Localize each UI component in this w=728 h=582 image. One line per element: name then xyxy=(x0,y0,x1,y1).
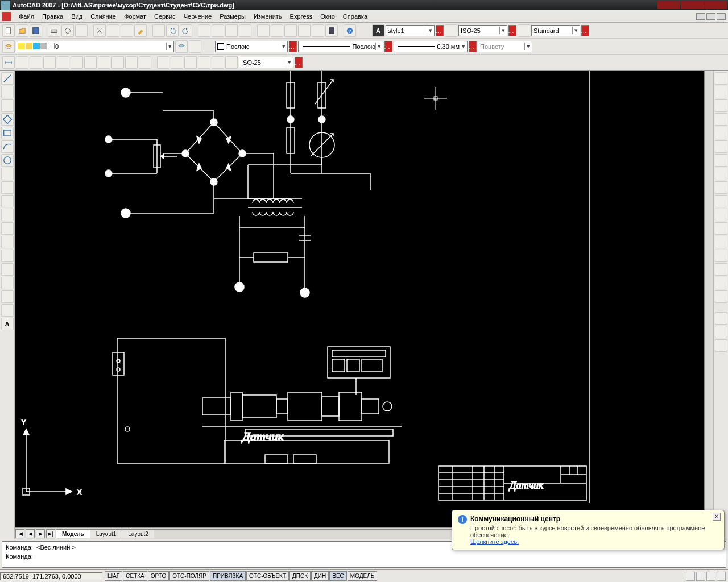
dim-style-toolbar-control[interactable]: … xyxy=(295,57,303,68)
rotate-button[interactable] xyxy=(715,154,727,167)
dim-style-combo[interactable]: ISO-25▾ xyxy=(458,25,507,36)
grid-toggle[interactable]: СЕТКА xyxy=(123,571,147,581)
sheet-set-button[interactable] xyxy=(298,24,311,37)
comm-center-icon[interactable] xyxy=(686,572,695,581)
circle-button[interactable] xyxy=(1,154,14,167)
draworder-text-button[interactable] xyxy=(715,339,727,352)
copy-button[interactable] xyxy=(107,24,119,37)
color-control[interactable]: … xyxy=(289,41,297,52)
properties-button[interactable] xyxy=(257,24,270,37)
tab-layout2[interactable]: Layout2 xyxy=(122,529,155,538)
menu-modify[interactable]: Изменить xyxy=(250,13,286,20)
model-toggle[interactable]: МОДЕЛЬ xyxy=(348,571,377,581)
menu-express[interactable]: Express xyxy=(286,13,317,20)
chamfer-button[interactable] xyxy=(715,263,727,276)
ortho-toggle[interactable]: ОРТО xyxy=(148,571,169,581)
rectangle-button[interactable] xyxy=(1,127,14,139)
quickcalc-button[interactable] xyxy=(325,24,338,37)
plotstyle-combo[interactable]: Поцвету▾ xyxy=(478,41,532,52)
fillet-button[interactable] xyxy=(715,277,727,289)
lineweight-combo[interactable]: 0.30 мм▾ xyxy=(394,41,468,52)
save-button[interactable] xyxy=(30,24,42,37)
scale-button[interactable] xyxy=(715,168,727,180)
new-button[interactable] xyxy=(2,24,15,37)
vertical-scrollbar[interactable] xyxy=(704,71,713,527)
tray-settings-icon[interactable] xyxy=(706,572,715,581)
tab-next[interactable]: ▶ xyxy=(36,529,45,538)
drawing-canvas[interactable]: Датчик Датчик xyxy=(15,71,713,527)
menu-file[interactable]: Файл xyxy=(15,13,38,20)
dim-aligned-button[interactable] xyxy=(16,56,28,69)
help-button[interactable]: ? xyxy=(344,24,356,37)
gradient-button[interactable] xyxy=(1,277,14,289)
dim-quick-button[interactable] xyxy=(111,56,124,69)
break-button[interactable] xyxy=(715,236,727,248)
clean-screen-icon[interactable] xyxy=(717,572,726,581)
polar-toggle[interactable]: ОТС-ПОЛЯР xyxy=(169,571,209,581)
mtext-button[interactable]: A xyxy=(1,318,14,330)
zoom-realtime-button[interactable] xyxy=(212,24,224,37)
dyn-toggle[interactable]: ДИН xyxy=(311,571,329,581)
menu-help[interactable]: Справка xyxy=(339,13,371,20)
dim-style-icon[interactable] xyxy=(445,24,457,37)
dim-arc-button[interactable] xyxy=(30,56,42,69)
mirror-button[interactable] xyxy=(715,99,727,112)
dim-center-button[interactable] xyxy=(184,56,197,69)
plot-button[interactable] xyxy=(48,24,60,37)
match-properties-button[interactable] xyxy=(134,24,147,37)
lineweight-control[interactable]: … xyxy=(469,41,477,52)
dim-linear-button[interactable] xyxy=(2,56,15,69)
dim-update-button[interactable] xyxy=(225,56,238,69)
trim-button[interactable] xyxy=(715,195,727,207)
color-combo[interactable]: Послою▾ xyxy=(215,41,288,52)
layer-manager-button[interactable] xyxy=(2,40,15,53)
popup-close-button[interactable]: ✕ xyxy=(713,513,721,521)
zoom-previous-button[interactable] xyxy=(239,24,251,37)
copy-object-button[interactable] xyxy=(715,86,727,98)
tab-last[interactable]: ▶| xyxy=(46,529,55,538)
mdi-close[interactable] xyxy=(717,13,726,20)
dim-edit-button[interactable] xyxy=(198,56,210,69)
spline-button[interactable] xyxy=(1,181,14,194)
popup-link[interactable]: Щелкните здесь. xyxy=(470,538,519,545)
dim-angular-button[interactable] xyxy=(98,56,110,69)
dim-text-edit-button[interactable] xyxy=(212,56,224,69)
explode-button[interactable] xyxy=(715,290,727,303)
dim-leader-button[interactable] xyxy=(157,56,169,69)
move-button[interactable] xyxy=(715,140,727,153)
extend-button[interactable] xyxy=(715,209,727,221)
hatch-button[interactable] xyxy=(1,263,14,276)
dim-radius-button[interactable] xyxy=(57,56,69,69)
join-button[interactable] xyxy=(715,250,727,262)
stretch-button[interactable] xyxy=(715,181,727,194)
mdi-minimize[interactable] xyxy=(696,13,705,20)
zoom-window-button[interactable] xyxy=(225,24,238,37)
maximize-button[interactable] xyxy=(681,1,704,9)
undo-button[interactable] xyxy=(166,24,179,37)
break-at-point-button[interactable] xyxy=(715,222,727,235)
coordinates-display[interactable]: 652.7519, 171.2763, 0.0000 xyxy=(0,572,102,580)
open-button[interactable] xyxy=(16,24,28,37)
table-style-control[interactable]: … xyxy=(581,25,589,36)
dim-tolerance-button[interactable] xyxy=(171,56,183,69)
draworder-hatch-button[interactable] xyxy=(715,326,727,338)
text-style-combo[interactable]: style1▾ xyxy=(386,25,435,36)
ellipse-arc-button[interactable] xyxy=(1,209,14,221)
tab-first[interactable]: |◀ xyxy=(15,529,24,538)
lwt-toggle[interactable]: ВЕС xyxy=(329,571,347,581)
layer-previous-button[interactable] xyxy=(175,40,188,53)
osnap-toggle[interactable]: ПРИВЯЗКА xyxy=(210,571,246,581)
region-button[interactable] xyxy=(1,290,14,303)
tab-model[interactable]: Модель xyxy=(56,529,90,538)
redo-button[interactable] xyxy=(180,24,192,37)
dim-jogged-button[interactable] xyxy=(71,56,83,69)
dim-ordinate-button[interactable] xyxy=(43,56,56,69)
minimize-button[interactable] xyxy=(657,1,680,9)
draworder-button[interactable] xyxy=(715,312,727,325)
linetype-combo[interactable]: Послою▾ xyxy=(298,41,383,52)
menu-insert[interactable]: Слияние xyxy=(86,13,120,20)
linetype-control[interactable]: … xyxy=(384,41,392,52)
close-button[interactable] xyxy=(704,1,727,9)
design-center-button[interactable] xyxy=(271,24,283,37)
insert-block-button[interactable] xyxy=(1,222,14,235)
